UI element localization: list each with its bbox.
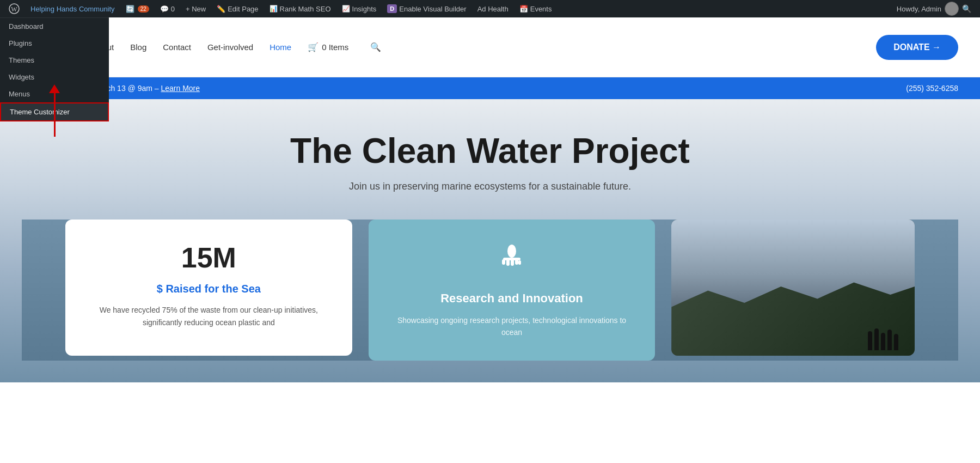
arrow-line: [54, 93, 56, 137]
site-header: D About Blog Contact Get-involved Home 🛒…: [0, 17, 980, 77]
water-hand-icon: [390, 241, 634, 280]
nav-contact[interactable]: Contact: [163, 42, 191, 52]
stat-label: $ Raised for the Sea: [87, 283, 330, 295]
divi-icon: D: [387, 4, 397, 13]
svg-rect-7: [515, 259, 518, 265]
announcement-bar: Beach Cleanup Day: March 13 @ 9am – Lear…: [0, 77, 980, 99]
widgets-menu-item[interactable]: Widgets: [0, 69, 109, 86]
research-text: Showcasing ongoing research projects, te…: [390, 314, 634, 339]
silhouettes: [868, 328, 898, 350]
svg-text:W: W: [11, 5, 17, 13]
research-card: Research and Innovation Showcasing ongoi…: [369, 220, 656, 360]
stat-card: 15M $ Raised for the Sea We have recycle…: [65, 220, 352, 356]
insights-button[interactable]: 📈 Insights: [338, 0, 381, 17]
learn-more-link[interactable]: Learn More: [161, 84, 200, 93]
admin-bar-right: Howdy, Admin 🔍: [892, 2, 976, 16]
stat-number: 15M: [87, 241, 330, 274]
photo-card: [671, 220, 915, 356]
svg-rect-8: [518, 260, 521, 265]
hero-title: The Clean Water Project: [290, 132, 690, 170]
howdy-section[interactable]: Howdy, Admin 🔍: [892, 2, 976, 16]
stat-text: We have recycled 75% of the waste from o…: [87, 304, 330, 328]
svg-rect-4: [502, 259, 505, 265]
hero-subtitle: Join us in preserving marine ecosystems …: [349, 181, 631, 192]
svg-point-2: [507, 245, 516, 258]
cart-button[interactable]: 🛒 0 Items: [308, 42, 348, 52]
ad-health-button[interactable]: Ad Health: [473, 0, 513, 17]
site-name-link[interactable]: Helping Hands Community: [26, 0, 119, 17]
arrow-head: [49, 84, 60, 93]
nav-home[interactable]: Home: [270, 42, 291, 52]
photo-scene: [671, 220, 915, 356]
search-icon-nav[interactable]: 🔍: [370, 42, 381, 52]
edit-page-button[interactable]: ✏️ Edit Page: [212, 0, 262, 17]
rank-math-button[interactable]: 📊 Rank Math SEO: [265, 0, 335, 17]
comments-button[interactable]: 💬 0: [156, 0, 179, 17]
phone-number: (255) 352-6258: [906, 84, 958, 93]
cart-icon: 🛒: [308, 42, 318, 52]
themes-menu-item[interactable]: Themes: [0, 52, 109, 69]
plugins-menu-item[interactable]: Plugins: [0, 35, 109, 52]
divi-button[interactable]: D Enable Visual Builder: [383, 0, 470, 17]
avatar: [945, 2, 959, 16]
donate-button[interactable]: DONATE →: [876, 35, 958, 60]
svg-rect-6: [511, 259, 514, 266]
events-icon: 📅: [519, 5, 528, 13]
site-nav: About Blog Contact Get-involved Home 🛒 0…: [93, 42, 876, 52]
annotation-arrow: [49, 84, 60, 137]
svg-rect-5: [506, 259, 510, 266]
insights-icon: 📈: [342, 5, 350, 13]
rank-math-icon: 📊: [270, 5, 278, 13]
research-title: Research and Innovation: [390, 291, 634, 307]
comment-count: 0: [171, 5, 175, 13]
wordpress-icon: W: [9, 3, 20, 14]
admin-bar: W Helping Hands Community 🔄 22 💬 0 + New…: [0, 0, 980, 17]
comments-icon: 💬: [160, 5, 169, 13]
nav-get-involved[interactable]: Get-involved: [207, 42, 253, 52]
hero-section: The Clean Water Project Join us in prese…: [0, 99, 980, 382]
updates-button[interactable]: 🔄 22: [121, 0, 154, 17]
search-icon-adminbar[interactable]: 🔍: [962, 4, 971, 13]
updates-icon: 🔄: [126, 5, 134, 13]
cards-section: 15M $ Raised for the Sea We have recycle…: [22, 220, 958, 360]
events-button[interactable]: 📅 Events: [515, 0, 556, 17]
nav-blog[interactable]: Blog: [130, 42, 146, 52]
edit-icon: ✏️: [217, 5, 225, 13]
dashboard-menu-item[interactable]: Dashboard: [0, 18, 109, 35]
new-content-button[interactable]: + New: [181, 0, 210, 17]
wp-logo-button[interactable]: W: [4, 0, 24, 17]
update-count-badge: 22: [138, 5, 149, 13]
